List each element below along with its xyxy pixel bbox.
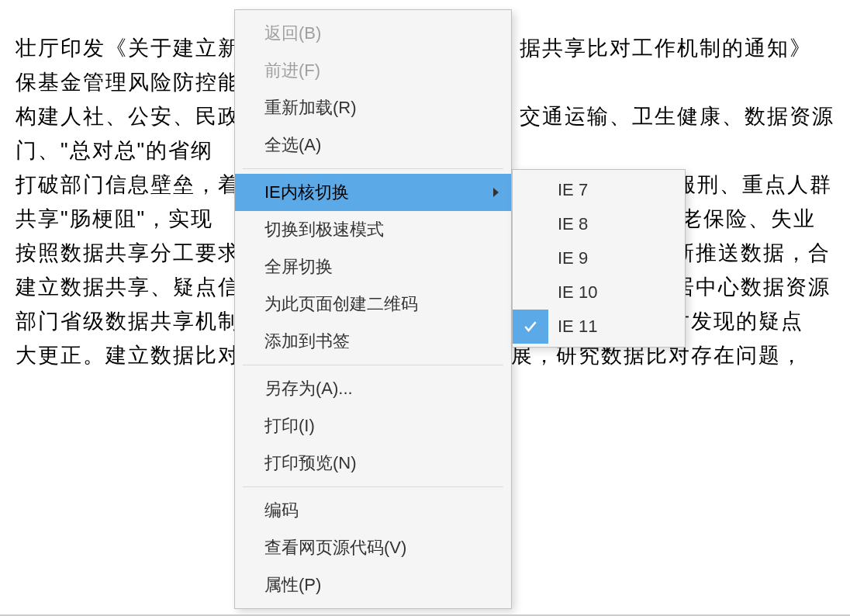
menu-label: IE内核切换: [264, 182, 349, 202]
ie-kernel-submenu: IE 7 IE 8 IE 9 IE 10 IE 11: [512, 169, 686, 348]
menu-fullscreen-switch[interactable]: 全屏切换: [235, 248, 511, 286]
menu-select-all[interactable]: 全选(A): [235, 126, 511, 164]
menu-forward[interactable]: 前进(F): [235, 52, 511, 89]
menu-switch-fast-mode[interactable]: 切换到极速模式: [235, 211, 511, 248]
check-icon: [513, 310, 548, 344]
menu-separator: [243, 365, 503, 365]
menu-encoding[interactable]: 编码: [235, 492, 511, 529]
menu-ie-kernel-switch[interactable]: IE内核切换: [235, 174, 511, 211]
submenu-ie10[interactable]: IE 10: [513, 275, 685, 310]
menu-create-qr[interactable]: 为此页面创建二维码: [235, 286, 511, 323]
menu-back[interactable]: 返回(B): [235, 15, 511, 52]
submenu-label: IE 11: [558, 317, 597, 336]
menu-properties[interactable]: 属性(P): [235, 566, 511, 604]
submenu-ie8[interactable]: IE 8: [513, 207, 685, 241]
menu-view-source[interactable]: 查看网页源代码(V): [235, 529, 511, 566]
menu-print-preview[interactable]: 打印预览(N): [235, 445, 511, 482]
submenu-ie7[interactable]: IE 7: [513, 173, 685, 207]
menu-separator: [243, 168, 503, 169]
menu-print[interactable]: 打印(I): [235, 407, 511, 445]
menu-reload[interactable]: 重新加载(R): [235, 89, 511, 126]
context-menu: 返回(B) 前进(F) 重新加载(R) 全选(A) IE内核切换 切换到极速模式…: [234, 9, 512, 609]
menu-save-as[interactable]: 另存为(A)...: [235, 370, 511, 407]
submenu-ie9[interactable]: IE 9: [513, 241, 685, 275]
submenu-arrow-icon: [493, 188, 499, 197]
menu-add-bookmark[interactable]: 添加到书签: [235, 323, 511, 360]
menu-separator: [243, 486, 503, 487]
submenu-ie11[interactable]: IE 11: [513, 310, 685, 344]
